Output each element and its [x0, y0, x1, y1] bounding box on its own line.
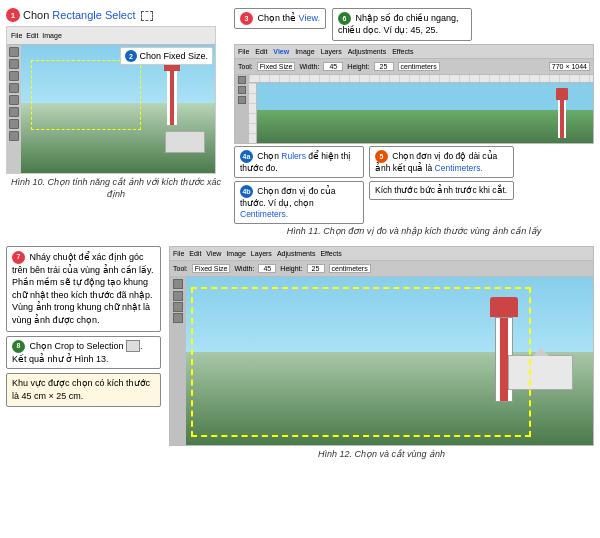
step2-badge: 2	[125, 50, 137, 62]
menu-layers: Layers	[321, 48, 342, 55]
figure-11-panel: 3 Chọn thẻ View. 6 Nhập số đo chiều ngan…	[234, 8, 594, 238]
canvas-lighthouse	[556, 88, 568, 138]
fig10-menu-file: File	[11, 32, 22, 39]
step7-text: Nháy chuột để xác định góc trên bên trái…	[12, 252, 153, 326]
fig10-tools-panel	[7, 45, 21, 174]
step8-badge: 8	[12, 340, 25, 353]
step7-badge: 7	[12, 251, 25, 264]
ruler-horizontal	[249, 75, 593, 83]
tb-size-display: 770 × 1044	[549, 62, 590, 71]
paint-tool	[9, 83, 19, 93]
selection-rect	[31, 60, 141, 130]
step3-text: Chọn thẻ View.	[258, 13, 320, 23]
f12-tb-height-v: 25	[307, 264, 325, 273]
fig11-caption: Hình 11. Chọn đơn vị đo và nhập kích thư…	[234, 226, 594, 238]
step2-link: Fixed Size.	[163, 51, 208, 61]
f12-tool3	[173, 302, 183, 312]
step8-annotation: 8 Chọn Crop to Selection . Kết quả như ở…	[6, 336, 161, 370]
tb-width-label: Width:	[299, 63, 319, 70]
canvas-image	[257, 83, 593, 143]
figure-12-panel: File Edit View Image Layers Adjustments …	[169, 246, 594, 461]
step6-text: Nhập số đo chiều ngang, chiều dọc. Ví dụ…	[338, 13, 459, 35]
fig11-bottom-annotations: 4a Chọn Rulers để hiện thị thước đo. 4b …	[234, 146, 594, 224]
gimp-menubar: File Edit View Image Layers Adjustments …	[235, 45, 593, 59]
f12-menu-view: View	[206, 250, 221, 257]
ruler-vertical	[249, 83, 257, 143]
tb-height-val: 25	[374, 62, 394, 71]
f12-tb-unit: centimeters	[329, 264, 371, 273]
fig12-menubar: File Edit View Image Layers Adjustments …	[170, 247, 593, 261]
tool-icon-indicator	[141, 11, 153, 21]
step5-annotation: 5 Chọn đơn vị đo độ dài của ảnh kết quả …	[369, 146, 514, 178]
lighthouse-body	[167, 71, 177, 125]
bottom-section: 7 Nháy chuột để xác định góc trên bên tr…	[0, 242, 600, 465]
step3-link: View.	[299, 13, 320, 23]
menu-edit: Edit	[255, 48, 267, 55]
building	[165, 131, 205, 153]
eyedrop-tool	[9, 131, 19, 141]
canvas-lh-body	[558, 100, 566, 138]
step7-annotation: 7 Nháy chuột để xác định góc trên bên tr…	[6, 246, 161, 332]
fig12-caption: Hình 12. Chọn và cắt vùng ảnh	[169, 449, 594, 461]
top-section: 1 Chon Rectangle Select File Edit Image …	[0, 0, 600, 242]
note-text: Khu vực được chọn có kích thước là 45 cm…	[12, 378, 150, 401]
step3-badge: 3	[240, 12, 253, 25]
f12-tool1	[173, 279, 183, 289]
tb-unit: centimeters	[398, 62, 440, 71]
lighthouse	[164, 55, 180, 125]
step4b-link: Centimeters.	[240, 209, 288, 219]
select-tool	[9, 47, 19, 57]
fig12-toolbar2: Tool: Fixed Size Width: 45 Height: 25 ce…	[170, 261, 593, 277]
tb-fixed-size: Fixed Size	[257, 62, 296, 71]
bottom-left-panel: 7 Nháy chuột để xác định góc trên bên tr…	[6, 246, 161, 461]
canvas-lh-top	[556, 88, 568, 100]
fig10-menu-image: Image	[42, 32, 61, 39]
crop-icon	[126, 340, 140, 352]
step8-link: Crop to Selection	[55, 341, 124, 351]
f12-tb-fixed: Fixed Size	[192, 264, 231, 273]
tool2	[238, 86, 246, 94]
figure-10-panel: 1 Chon Rectangle Select File Edit Image …	[6, 8, 226, 238]
step1-badge: 1	[6, 8, 20, 22]
f12-sel-top	[191, 287, 531, 291]
step4a-badge: 4a	[240, 150, 253, 163]
tb-height-label: Height:	[347, 63, 369, 70]
step2-text: Chon Fixed Size.	[139, 51, 208, 61]
step4a-link: Rulers	[281, 150, 306, 160]
menu-effects: Effects	[392, 48, 413, 55]
f12-tool2	[173, 291, 183, 301]
f12-house-roof	[533, 348, 549, 356]
step3-annotation: 3 Chọn thẻ View.	[234, 8, 326, 29]
f12-menu-file: File	[173, 250, 184, 257]
step1-label: 1 Chon Rectangle Select	[6, 8, 226, 22]
tool1	[238, 76, 246, 84]
gimp-tools	[235, 75, 249, 143]
menu-file: File	[238, 48, 249, 55]
main-container: 1 Chon Rectangle Select File Edit Image …	[0, 0, 600, 538]
f12-tb-tool: Tool:	[173, 265, 188, 272]
fig11-right-anns: 5 Chọn đơn vị đo độ dài của ảnh kết quả …	[369, 146, 514, 200]
step1-link: Rectangle Select	[52, 9, 135, 21]
tool3	[238, 96, 246, 104]
step4a-annotation: 4a Chọn Rulers để hiện thị thước đo.	[234, 146, 364, 178]
step5-link: Centimeters.	[435, 163, 483, 173]
f12-menu-image: Image	[226, 250, 245, 257]
menu-adjustments: Adjustments	[348, 48, 387, 55]
crop-tool	[9, 71, 19, 81]
f12-tb-height-l: Height:	[280, 265, 302, 272]
text-tool	[9, 95, 19, 105]
f12-tool4	[173, 313, 183, 323]
fig11-left-anns: 4a Chọn Rulers để hiện thị thước đo. 4b …	[234, 146, 364, 224]
figure-11-screenshot: File Edit View Image Layers Adjustments …	[234, 44, 594, 144]
fig12-tools-panel	[170, 277, 186, 445]
move-tool	[9, 59, 19, 69]
fig10-caption: Hình 10. Chọn tính năng cắt ảnh với kích…	[6, 177, 226, 200]
menu-view: View	[273, 48, 289, 55]
fig12-image-area	[186, 277, 593, 445]
f12-tb-width-l: Width:	[234, 265, 254, 272]
fig10-menu-edit: Edit	[26, 32, 38, 39]
fig12-selection-rect	[191, 287, 531, 437]
figure-12-screenshot: File Edit View Image Layers Adjustments …	[169, 246, 594, 446]
menu-image: Image	[295, 48, 314, 55]
size-note-box: Kích thước bức ảnh trước khi cắt.	[369, 181, 514, 200]
